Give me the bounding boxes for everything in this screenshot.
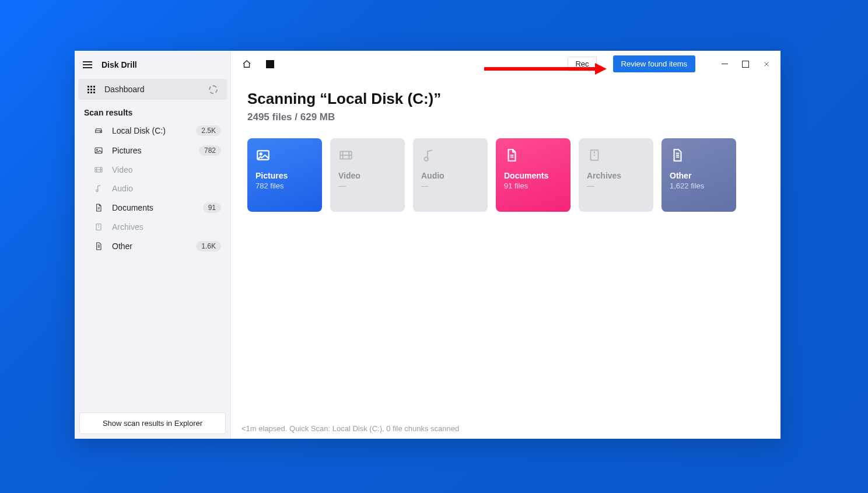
file-icon (93, 242, 104, 251)
menu-icon[interactable] (83, 61, 92, 68)
svg-point-2 (96, 149, 97, 151)
window-controls (720, 60, 771, 69)
document-icon (93, 203, 104, 212)
card-title: Video (338, 171, 397, 180)
video-icon (338, 148, 397, 171)
app-window: Disk Drill Dashboard Scan results Local … (75, 51, 780, 439)
card-subtitle: — (587, 181, 645, 190)
card-other[interactable]: Other 1,622 files (662, 138, 736, 212)
svg-point-7 (260, 153, 262, 155)
stop-icon[interactable] (266, 60, 274, 68)
count-badge: 2.5K (196, 125, 221, 136)
svg-point-4 (96, 190, 98, 191)
content: Scanning “Local Disk (C:)” 2495 files / … (231, 77, 780, 418)
card-subtitle: — (338, 181, 397, 190)
sidebar-item-other[interactable]: Other 1.6K (75, 236, 230, 256)
card-audio[interactable]: Audio — (413, 138, 488, 212)
category-cards: Pictures 782 files Video — Audio — (247, 138, 764, 212)
sidebar-item-local-disk[interactable]: Local Disk (C:) 2.5K (75, 121, 230, 141)
svg-point-9 (424, 157, 428, 161)
document-icon (504, 148, 562, 171)
spinner-icon (209, 85, 218, 94)
card-title: Pictures (256, 171, 314, 180)
page-title: Scanning “Local Disk (C:)” (247, 90, 764, 108)
card-title: Audio (421, 171, 480, 180)
image-icon (93, 146, 104, 155)
audio-icon (421, 148, 480, 171)
card-archives[interactable]: Archives — (579, 138, 653, 212)
title-bar: Rec Review found items (231, 51, 780, 77)
svg-point-0 (100, 131, 101, 132)
sidebar-item-documents[interactable]: Documents 91 (75, 198, 230, 218)
card-title: Other (670, 171, 728, 180)
audio-icon (93, 184, 104, 193)
count-badge: 1.6K (196, 241, 221, 251)
card-subtitle: 91 files (504, 181, 562, 190)
rec-box[interactable]: Rec (568, 57, 596, 71)
card-documents[interactable]: Documents 91 files (496, 138, 570, 212)
app-title: Disk Drill (102, 60, 137, 69)
card-subtitle: — (421, 181, 480, 190)
sidebar-item-dashboard[interactable]: Dashboard (78, 79, 227, 100)
sidebar-item-label: Documents (112, 203, 195, 212)
disk-icon (93, 126, 104, 135)
sidebar-item-label: Pictures (112, 146, 191, 155)
archive-icon (93, 222, 104, 232)
maximize-button[interactable] (741, 60, 750, 69)
file-icon (670, 148, 728, 171)
close-button[interactable] (762, 60, 771, 69)
sidebar-item-label: Archives (112, 222, 221, 232)
sidebar-header: Disk Drill (75, 51, 230, 76)
dashboard-icon (88, 86, 95, 93)
card-title: Documents (504, 171, 562, 180)
sidebar-item-label: Local Disk (C:) (112, 126, 188, 135)
sidebar: Disk Drill Dashboard Scan results Local … (75, 51, 231, 439)
sidebar-item-archives[interactable]: Archives (75, 218, 230, 236)
sidebar-item-video[interactable]: Video (75, 160, 230, 179)
sidebar-section-label: Scan results (75, 100, 230, 121)
archive-icon (587, 148, 645, 171)
video-icon (93, 165, 104, 174)
show-in-explorer-button[interactable]: Show scan results in Explorer (79, 412, 226, 434)
status-bar: <1m elapsed. Quick Scan: Local Disk (C:)… (231, 418, 780, 439)
card-pictures[interactable]: Pictures 782 files (247, 138, 322, 212)
sidebar-item-pictures[interactable]: Pictures 782 (75, 141, 230, 160)
dashboard-label: Dashboard (104, 85, 200, 94)
count-badge: 91 (203, 202, 221, 213)
card-subtitle: 782 files (256, 181, 314, 190)
card-title: Archives (587, 171, 645, 180)
sidebar-item-label: Other (112, 242, 188, 251)
card-subtitle: 1,622 files (670, 181, 728, 190)
scan-summary: 2495 files / 629 MB (247, 111, 764, 123)
home-icon[interactable] (242, 59, 252, 69)
sidebar-item-label: Audio (112, 184, 221, 193)
main-area: Rec Review found items Scanning “Local D… (231, 51, 780, 439)
minimize-button[interactable] (720, 60, 729, 69)
image-icon (256, 148, 314, 171)
sidebar-item-label: Video (112, 165, 221, 174)
review-found-items-button[interactable]: Review found items (613, 55, 695, 72)
count-badge: 782 (199, 145, 221, 156)
card-video[interactable]: Video — (330, 138, 405, 212)
sidebar-item-audio[interactable]: Audio (75, 179, 230, 198)
